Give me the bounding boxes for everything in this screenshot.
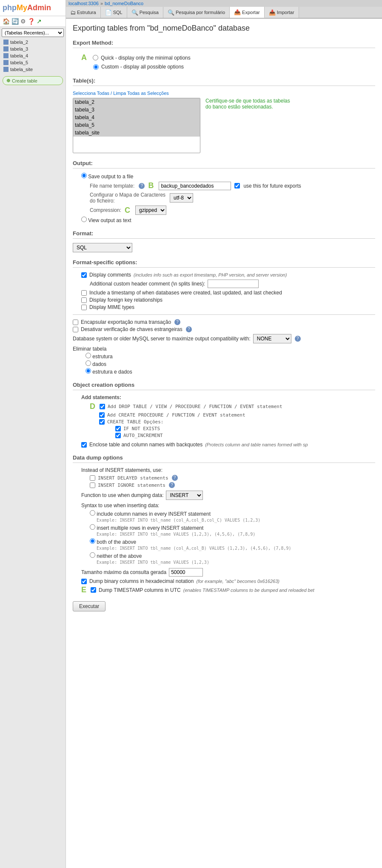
include-col-example: Example: INSERT INTO tbl_name (col_A,col…	[90, 518, 375, 523]
both-above-radio[interactable]	[90, 538, 95, 544]
logout-icon[interactable]: ↗	[37, 18, 42, 25]
add-drop-label[interactable]: Add DROP TABLE / VIEW / PROCEDURE / FUNC…	[100, 404, 282, 409]
estrutura-label[interactable]: estrutura	[86, 353, 113, 360]
recent-tables-dropdown[interactable]: (Tabelas Recentes)...	[0, 27, 66, 39]
insert-ignore-checkbox[interactable]	[90, 483, 95, 488]
tables-select[interactable]: tabela_2tabela_3tabela_4tabela_5tabela_s…	[73, 98, 200, 153]
display-comments-label[interactable]: Display comments (includes info such as …	[81, 272, 375, 278]
help-icon[interactable]: ❓	[28, 18, 35, 25]
if-not-exists-checkbox[interactable]	[115, 426, 121, 431]
neither-above-label[interactable]: neither of the above	[90, 552, 142, 559]
compression-select[interactable]: gzipped zipped none	[135, 206, 166, 215]
recent-tables-select[interactable]: (Tabelas Recentes)...	[2, 29, 64, 37]
eliminar-section: Eliminar tabela estrutura dados	[73, 346, 375, 375]
sidebar-item-tabela5[interactable]: tabela_5	[0, 59, 66, 66]
estrutura-radio[interactable]	[86, 353, 91, 358]
refresh-icon[interactable]: 🔄	[11, 18, 19, 25]
compat-select[interactable]: NONE ANSI DB2 MYSQL323	[253, 334, 291, 343]
insert-delayed-label[interactable]: INSERT DELAYED statements	[90, 475, 168, 481]
instead-of-insert-label: Instead of INSERT statements, use:	[81, 467, 375, 473]
display-mime-label[interactable]: Display MIME types	[81, 304, 375, 310]
sidebar-tables-list: tabela_2 tabela_3 tabela_4 tabela_5 tabe…	[0, 39, 66, 73]
encapsular-help-icon[interactable]: ?	[174, 319, 180, 325]
desativar-checkbox[interactable]	[73, 327, 78, 332]
estrutura-dados-label[interactable]: estrutura e dados	[86, 368, 132, 375]
insert-delayed-checkbox[interactable]	[90, 475, 95, 481]
insert-ignore-help[interactable]: ?	[169, 482, 175, 488]
sidebar-item-tabela4[interactable]: tabela_4	[0, 52, 66, 59]
custom-radio[interactable]	[93, 64, 99, 70]
create-table-opcoes-checkbox[interactable]	[99, 419, 105, 425]
display-fk-checkbox[interactable]	[81, 297, 87, 303]
if-not-exists-label[interactable]: IF NOT EXISTS	[115, 426, 160, 431]
insert-multiple-label[interactable]: insert multiple rows in every INSERT sta…	[90, 524, 203, 531]
estrutura-dados-radio[interactable]	[86, 368, 91, 374]
tab-importar[interactable]: 📥 Importar	[265, 7, 299, 18]
quick-radio[interactable]	[93, 55, 98, 60]
additional-header-input[interactable]	[208, 280, 259, 288]
include-col-names-radio[interactable]	[90, 510, 95, 516]
include-timestamp-label[interactable]: Include a timestamp of when databases we…	[81, 290, 375, 296]
insert-multiple-radio[interactable]	[90, 524, 95, 530]
view-output-label[interactable]: View output as text	[81, 217, 131, 223]
auto-increment-checkbox[interactable]	[115, 433, 121, 438]
display-mime-checkbox[interactable]	[81, 305, 87, 310]
add-create-proc-checkbox[interactable]	[99, 412, 105, 418]
charset-select[interactable]: utf-8	[170, 193, 193, 203]
add-drop-checkbox[interactable]	[100, 404, 105, 409]
breadcrumb-server[interactable]: localhost:3306	[68, 1, 99, 6]
max-query-input[interactable]	[169, 568, 203, 577]
insert-ignore-label[interactable]: INSERT IGNORE statements	[90, 483, 165, 488]
dump-timestamp-checkbox[interactable]	[91, 587, 96, 593]
include-timestamp-checkbox[interactable]	[81, 290, 87, 296]
help-icon[interactable]: ?	[139, 183, 145, 189]
insert-delayed-help[interactable]: ?	[172, 475, 178, 481]
dump-binary-label[interactable]: Dump binary columns in hexadecimal notat…	[81, 578, 279, 584]
tab-estrutura[interactable]: 🗂 Estrutura	[66, 7, 101, 18]
encapsular-label[interactable]: Encapsular exportação numa transação	[73, 319, 171, 325]
display-comments-checkbox[interactable]	[81, 272, 87, 278]
create-table-button[interactable]: ⊕ Create table	[3, 76, 63, 85]
use-future-checkbox[interactable]	[234, 183, 240, 188]
function-dump-select[interactable]: INSERT UPDATE REPLACE	[166, 491, 203, 500]
tab-pesquisa-form[interactable]: 🔍 Pesquisa por formulário	[163, 7, 230, 18]
save-output-label[interactable]: Save output to a file	[81, 173, 133, 180]
select-all-link[interactable]: Selecciona Todas / Limpa Todas as Selecç…	[73, 91, 169, 96]
search-icon: 🔍	[131, 9, 138, 16]
format-select[interactable]: SQL CSV JSON XML	[73, 243, 132, 252]
custom-label[interactable]: Custom - display all possible options	[93, 64, 184, 70]
breadcrumb-database[interactable]: bd_nomeDoBanco	[105, 1, 143, 6]
sidebar-item-tabela2[interactable]: tabela_2	[0, 39, 66, 46]
view-output-radio[interactable]	[81, 217, 87, 222]
encapsular-checkbox[interactable]	[73, 320, 78, 325]
display-fk-label[interactable]: Display foreign key relationships	[81, 297, 375, 303]
home-icon[interactable]: 🏠	[3, 18, 10, 25]
tab-exportar[interactable]: 📤 Exportar	[230, 7, 265, 18]
auto-increment-label[interactable]: AUTO_INCREMENT	[115, 433, 163, 438]
dump-timestamp-label[interactable]: Dump TIMESTAMP columns in UTC (enables T…	[91, 587, 314, 593]
save-output-radio[interactable]	[81, 173, 87, 178]
neither-above-radio[interactable]	[90, 552, 95, 558]
dados-radio[interactable]	[86, 360, 91, 366]
execute-button[interactable]: Executar	[73, 601, 105, 611]
tab-pesquisa[interactable]: 🔍 Pesquisa	[127, 7, 163, 18]
create-table-opcoes-label[interactable]: CREATE TABLE Opções:	[90, 419, 163, 425]
enclose-checkbox[interactable]	[81, 442, 87, 448]
dump-binary-checkbox[interactable]	[81, 579, 87, 584]
enclose-label[interactable]: Enclose table and column names with back…	[81, 442, 308, 448]
include-col-names-label[interactable]: include column names in every INSERT sta…	[90, 510, 211, 517]
both-above-label[interactable]: both of the above	[90, 538, 136, 545]
sidebar-item-tabela3[interactable]: tabela_3	[0, 46, 66, 52]
dados-label[interactable]: dados	[86, 360, 106, 367]
quick-label[interactable]: Quick - display only the minimal options	[93, 55, 191, 61]
tab-sql[interactable]: 📄 SQL	[101, 7, 127, 18]
filename-input[interactable]	[159, 182, 231, 190]
tab-importar-label: Importar	[277, 10, 294, 15]
add-create-proc-label[interactable]: Add CREATE PROCEDURE / FUNCTION / EVENT …	[90, 412, 245, 418]
compat-help-icon[interactable]: ?	[295, 336, 301, 342]
insert-multiple-row: insert multiple rows in every INSERT sta…	[90, 524, 375, 531]
sidebar-item-tabela-site[interactable]: tabela_site	[0, 66, 66, 73]
desativar-help-icon[interactable]: ?	[186, 326, 192, 332]
settings-icon[interactable]: ⚙	[20, 18, 26, 25]
desativar-label[interactable]: Desativar verificação de chaves estrange…	[73, 326, 182, 332]
